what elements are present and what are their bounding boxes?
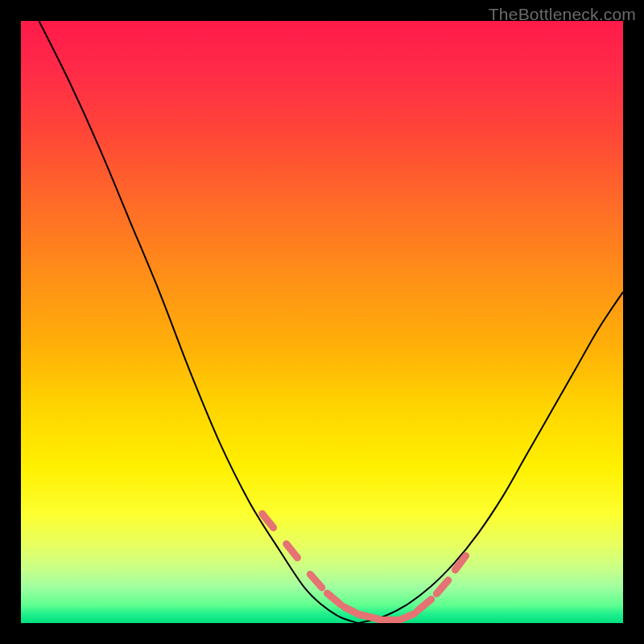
- left-curve-line: [39, 21, 358, 623]
- highlight-dash: [398, 613, 415, 621]
- highlight-dash: [345, 607, 361, 615]
- highlight-dash: [328, 593, 341, 605]
- right-curve-line: [358, 292, 623, 623]
- highlight-dash: [418, 600, 431, 611]
- highlight-dash: [436, 580, 448, 594]
- watermark-text: TheBottleneck.com: [489, 5, 636, 24]
- highlight-dash: [455, 555, 465, 570]
- chart-svg: [21, 21, 623, 623]
- highlight-dashes-group: [262, 514, 466, 621]
- highlight-dash: [287, 544, 298, 558]
- highlight-dash: [310, 574, 322, 588]
